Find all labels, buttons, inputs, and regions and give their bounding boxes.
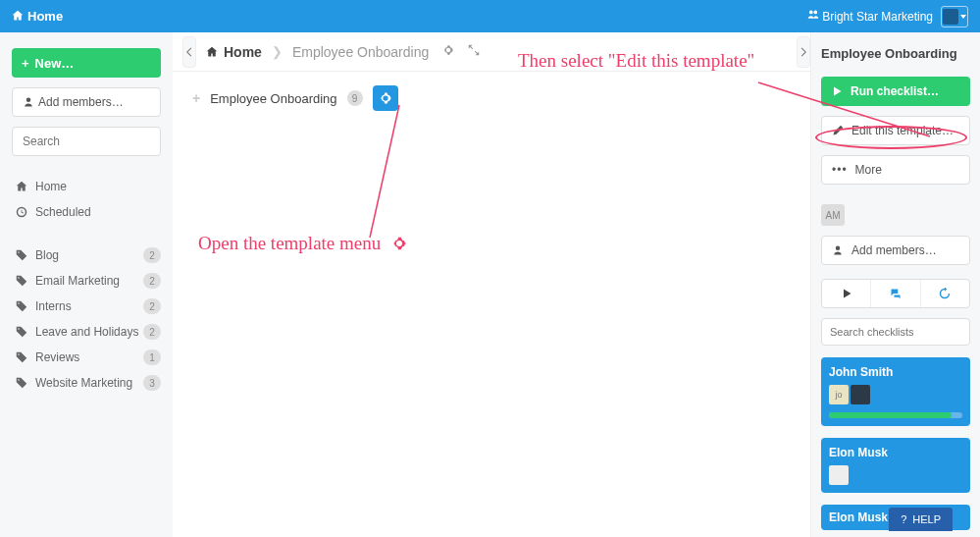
- breadcrumb-gear-button[interactable]: [442, 44, 454, 59]
- new-button[interactable]: New…: [12, 48, 161, 78]
- checklist-card[interactable]: Elon Musk: [821, 438, 970, 493]
- play-icon: [831, 85, 843, 97]
- topbar: Home Bright Star Marketing: [0, 0, 980, 32]
- template-count-badge: 9: [347, 90, 363, 106]
- user-menu[interactable]: [941, 6, 968, 27]
- nav-home[interactable]: Home: [12, 9, 63, 24]
- panel-title: Employee Onboarding: [821, 46, 970, 61]
- breadcrumb-home[interactable]: Home: [206, 44, 262, 60]
- tag-icon: [16, 300, 27, 312]
- tag-icon: [16, 351, 27, 363]
- org-switcher[interactable]: Bright Star Marketing: [807, 9, 933, 24]
- play-icon: [841, 288, 852, 299]
- gear-icon: [391, 236, 407, 251]
- gear-icon: [379, 91, 392, 105]
- tag-icon: [16, 249, 27, 261]
- sidebar-tag-leave-holidays[interactable]: Leave and Holidays 2: [12, 319, 161, 345]
- tag-count: 2: [143, 324, 161, 340]
- home-icon: [206, 46, 218, 58]
- history-icon: [939, 288, 951, 299]
- expand-icon: [468, 44, 480, 56]
- breadcrumb-expand-button[interactable]: [468, 44, 480, 59]
- sidebar: New… Add members… Home Scheduled Blog 2 …: [0, 32, 173, 537]
- tag-icon: [16, 326, 27, 338]
- tab-history[interactable]: [920, 280, 969, 307]
- sidebar-tag-blog[interactable]: Blog 2: [12, 242, 161, 268]
- tag-count: 3: [143, 375, 161, 391]
- user-icon: [23, 96, 34, 108]
- edit-template-button[interactable]: Edit this template…: [821, 116, 970, 145]
- sidebar-link-scheduled[interactable]: Scheduled: [12, 199, 161, 225]
- panel-add-members-button[interactable]: Add members…: [821, 236, 970, 265]
- progress-bar: [829, 412, 962, 418]
- gear-icon: [442, 44, 454, 56]
- avatar: jo: [829, 385, 849, 404]
- add-members-button[interactable]: Add members…: [12, 87, 161, 117]
- sidebar-tags: Blog 2 Email Marketing 2 Interns 2 Leave…: [12, 242, 161, 396]
- clock-icon: [16, 206, 27, 218]
- home-icon: [16, 181, 27, 192]
- avatar: [829, 465, 849, 485]
- tag-count: 2: [143, 298, 161, 314]
- sidebar-tag-website-marketing[interactable]: Website Marketing 3: [12, 370, 161, 396]
- template-row: + Employee Onboarding 9: [173, 72, 810, 125]
- breadcrumb-current[interactable]: Employee Onboarding: [292, 44, 429, 60]
- template-name[interactable]: Employee Onboarding: [210, 91, 336, 106]
- search-checklists-input[interactable]: [821, 318, 970, 346]
- breadcrumb-back[interactable]: [182, 36, 196, 68]
- avatar: [943, 9, 958, 25]
- help-button[interactable]: ? HELP: [889, 508, 953, 531]
- run-checklist-button[interactable]: Run checklist…: [821, 77, 970, 106]
- ellipsis-icon: •••: [832, 163, 848, 177]
- card-name: John Smith: [829, 365, 962, 379]
- main-content: Home ❯ Employee Onboarding + Employee On…: [173, 32, 810, 537]
- right-panel: Employee Onboarding Run checklist… Edit …: [810, 32, 980, 537]
- comments-icon: [890, 288, 902, 299]
- home-icon: [12, 10, 24, 22]
- tag-count: 1: [143, 349, 161, 365]
- pencil-icon: [832, 125, 844, 136]
- annotation-open-menu: Open the template menu: [198, 233, 407, 254]
- tab-play[interactable]: [822, 280, 870, 307]
- sidebar-tag-reviews[interactable]: Reviews 1: [12, 345, 161, 370]
- tag-count: 2: [143, 247, 161, 263]
- panel-tabs: [821, 279, 970, 308]
- add-icon[interactable]: +: [192, 90, 200, 106]
- sidebar-tag-interns[interactable]: Interns 2: [12, 294, 161, 319]
- tab-activity[interactable]: [870, 280, 919, 307]
- sidebar-link-home[interactable]: Home: [12, 174, 161, 199]
- breadcrumb-forward[interactable]: [797, 36, 810, 68]
- search-input[interactable]: [12, 127, 161, 156]
- chevron-left-icon: [183, 46, 195, 58]
- checklist-card[interactable]: John Smith jo: [821, 357, 970, 426]
- template-gear-button[interactable]: [373, 85, 398, 111]
- card-name: Elon Musk: [829, 446, 962, 459]
- chevron-right-icon: [798, 46, 809, 58]
- tag-icon: [16, 377, 27, 389]
- member-badge[interactable]: AM: [821, 204, 845, 226]
- tag-count: 2: [143, 273, 161, 289]
- help-icon: ?: [901, 513, 906, 525]
- avatar: [851, 385, 870, 404]
- user-icon: [832, 244, 844, 256]
- tag-icon: [16, 275, 27, 287]
- breadcrumb: Home ❯ Employee Onboarding: [173, 32, 810, 72]
- caret-down-icon: [960, 15, 966, 19]
- chevron-right-icon: ❯: [272, 44, 283, 59]
- more-button[interactable]: ••• More: [821, 155, 970, 185]
- sidebar-tag-email-marketing[interactable]: Email Marketing 2: [12, 268, 161, 294]
- users-icon: [807, 9, 819, 21]
